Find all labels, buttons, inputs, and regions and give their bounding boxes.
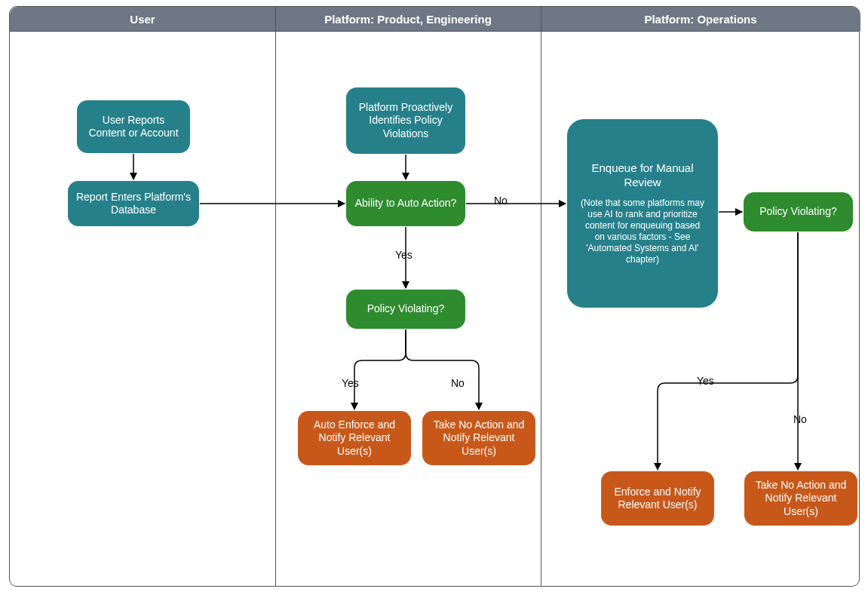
lane-header-user: User bbox=[10, 7, 275, 31]
node-text: Ability to Auto Action? bbox=[355, 197, 457, 210]
node-platform-proactive: Platform Proactively Identifies Policy V… bbox=[346, 87, 465, 154]
node-text: Auto Enforce and Notify Relevant User(s) bbox=[305, 419, 403, 458]
edge-label-yes: Yes bbox=[342, 377, 359, 389]
lane-header-label: User bbox=[130, 13, 155, 26]
lane-header-eng: Platform: Product, Engineering bbox=[275, 7, 541, 31]
lane-header-label: Platform: Product, Engineering bbox=[324, 13, 492, 26]
edge-label-yes: Yes bbox=[395, 249, 413, 261]
node-text: Policy Violating? bbox=[759, 205, 836, 219]
edge-label-no: No bbox=[793, 413, 807, 425]
node-auto-action-question: Ability to Auto Action? bbox=[346, 181, 465, 226]
lane-divider-2 bbox=[541, 7, 541, 586]
node-auto-enforce: Auto Enforce and Notify Relevant User(s) bbox=[298, 411, 411, 465]
node-text: Policy Violating? bbox=[367, 302, 444, 316]
node-enqueue-manual-review: Enqueue for Manual Review (Note that som… bbox=[567, 119, 718, 308]
edge-label-yes: Yes bbox=[697, 375, 714, 387]
node-take-no-action-eng: Take No Action and Notify Relevant User(… bbox=[422, 411, 535, 465]
lane-divider-1 bbox=[275, 7, 276, 586]
node-policy-violating-eng: Policy Violating? bbox=[346, 290, 465, 329]
lane-header-label: Platform: Operations bbox=[644, 13, 756, 26]
node-report-enters: Report Enters Platform's Database bbox=[68, 181, 199, 226]
node-text: Take No Action and Notify Relevant User(… bbox=[430, 419, 528, 458]
diagram-container: User Platform: Product, Engineering Plat… bbox=[0, 0, 868, 604]
node-text: User Reports Content or Account bbox=[84, 114, 182, 140]
node-take-no-action-ops: Take No Action and Notify Relevant User(… bbox=[744, 471, 857, 526]
edge-label-no: No bbox=[494, 195, 508, 207]
node-text-main: Enqueue for Manual Review bbox=[579, 161, 706, 190]
node-user-reports: User Reports Content or Account bbox=[77, 100, 190, 153]
node-enforce-ops: Enforce and Notify Relevant User(s) bbox=[601, 471, 714, 526]
lane-header-ops: Platform: Operations bbox=[541, 7, 860, 31]
header-divider bbox=[10, 31, 859, 32]
node-text-note: (Note that some platforms may use AI to … bbox=[579, 198, 706, 265]
node-text: Platform Proactively Identifies Policy V… bbox=[354, 101, 458, 141]
node-text: Report Enters Platform's Database bbox=[75, 191, 192, 217]
node-text: Take No Action and Notify Relevant User(… bbox=[752, 479, 850, 519]
node-text: Enforce and Notify Relevant User(s) bbox=[609, 486, 707, 512]
edge-label-no: No bbox=[451, 377, 465, 389]
node-policy-violating-ops: Policy Violating? bbox=[744, 192, 853, 231]
